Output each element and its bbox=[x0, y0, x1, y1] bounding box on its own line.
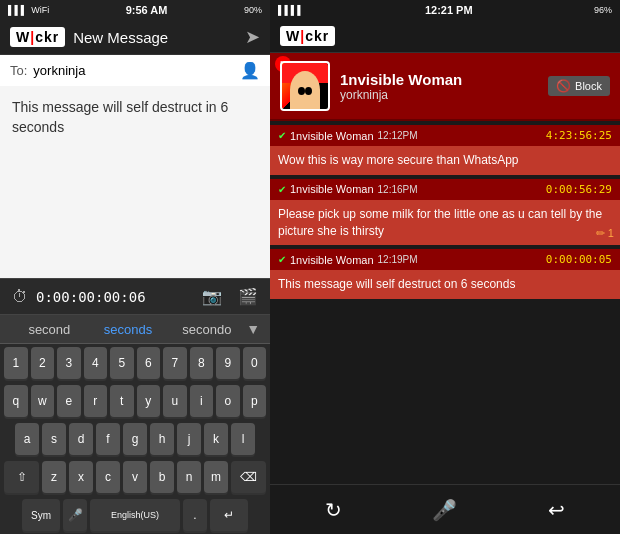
message-text-1: Wow this is way more secure than WhatsAp… bbox=[278, 153, 519, 167]
key-a[interactable]: a bbox=[15, 423, 39, 455]
msg-timer-3: 0:00:00:05 bbox=[546, 253, 612, 266]
key-6[interactable]: 6 bbox=[137, 347, 161, 379]
key-8[interactable]: 8 bbox=[190, 347, 214, 379]
key-i[interactable]: i bbox=[190, 385, 214, 417]
expand-suggestions-icon[interactable]: ▼ bbox=[246, 321, 260, 337]
avatar-container: ✕ bbox=[280, 61, 330, 111]
clock-icon: ⏱ bbox=[12, 288, 28, 306]
profile-username: yorkninja bbox=[340, 88, 538, 102]
key-b[interactable]: b bbox=[150, 461, 174, 493]
mic-button[interactable]: 🎤 bbox=[432, 498, 457, 522]
left-header: W|ckr New Message ➤ bbox=[0, 20, 270, 55]
key-0[interactable]: 0 bbox=[243, 347, 267, 379]
key-s[interactable]: s bbox=[42, 423, 66, 455]
key-p[interactable]: p bbox=[243, 385, 267, 417]
key-j[interactable]: j bbox=[177, 423, 201, 455]
left-panel: ▌▌▌ WiFi 9:56 AM 90% W|ckr New Message ➤… bbox=[0, 0, 270, 534]
message-block-3: ✔ 1nvisible Woman 12:19PM 0:00:00:05 Thi… bbox=[270, 249, 620, 299]
key-7[interactable]: 7 bbox=[163, 347, 187, 379]
suggestion-left[interactable]: second bbox=[10, 322, 89, 337]
wifi-icon: WiFi bbox=[31, 5, 49, 15]
suggestion-bar: second seconds secondo ▼ bbox=[0, 315, 270, 344]
key-g[interactable]: g bbox=[123, 423, 147, 455]
profile-header: ✕ 1nvisible Woman yorkninja 🚫 Block bbox=[270, 53, 620, 121]
block-label: Block bbox=[575, 80, 602, 92]
key-m[interactable]: m bbox=[204, 461, 228, 493]
profile-info: 1nvisible Woman yorkninja bbox=[340, 71, 538, 102]
add-contact-icon[interactable]: 👤 bbox=[240, 61, 260, 80]
key-x[interactable]: x bbox=[69, 461, 93, 493]
right-status-bar: ▌▌▌▌ 12:21 PM 96% bbox=[270, 0, 620, 20]
key-v[interactable]: v bbox=[123, 461, 147, 493]
block-button[interactable]: 🚫 Block bbox=[548, 76, 610, 96]
recipient-field[interactable]: yorkninja bbox=[33, 63, 234, 78]
send-time-1: 12:12PM bbox=[378, 130, 418, 141]
key-f[interactable]: f bbox=[96, 423, 120, 455]
keyboard-row-zxcv: ⇧ z x c v b n m ⌫ bbox=[0, 458, 270, 496]
avatar-face bbox=[290, 71, 320, 109]
key-q[interactable]: q bbox=[4, 385, 28, 417]
message-block-2: ✔ 1nvisible Woman 12:16PM 0:00:56:29 Ple… bbox=[270, 179, 620, 246]
refresh-button[interactable]: ↻ bbox=[325, 498, 342, 522]
key-w[interactable]: w bbox=[31, 385, 55, 417]
avatar bbox=[280, 61, 330, 111]
message-text-2: Please pick up some milk for the little … bbox=[278, 207, 602, 238]
key-d[interactable]: d bbox=[69, 423, 93, 455]
key-space[interactable]: English(US) bbox=[90, 499, 180, 531]
key-4[interactable]: 4 bbox=[84, 347, 108, 379]
key-period[interactable]: . bbox=[183, 499, 207, 531]
key-mic[interactable]: 🎤 bbox=[63, 499, 87, 531]
block-icon: 🚫 bbox=[556, 79, 571, 93]
key-1[interactable]: 1 bbox=[4, 347, 28, 379]
sender-name-3: 1nvisible Woman bbox=[290, 254, 374, 266]
key-shift[interactable]: ⇧ bbox=[4, 461, 39, 493]
msg-timer-1: 4:23:56:25 bbox=[546, 129, 612, 142]
key-y[interactable]: y bbox=[137, 385, 161, 417]
message-body-3: This message will self destruct on 6 sec… bbox=[270, 270, 620, 299]
key-backspace[interactable]: ⌫ bbox=[231, 461, 266, 493]
check-icon-2: ✔ bbox=[278, 184, 286, 195]
message-text-3: This message will self destruct on 6 sec… bbox=[278, 277, 515, 291]
key-3[interactable]: 3 bbox=[57, 347, 81, 379]
eye-right bbox=[305, 87, 312, 95]
key-r[interactable]: r bbox=[84, 385, 108, 417]
key-o[interactable]: o bbox=[216, 385, 240, 417]
compose-area[interactable]: This message will self destruct in 6 sec… bbox=[0, 86, 270, 278]
key-k[interactable]: k bbox=[204, 423, 228, 455]
right-signal-icon: ▌▌▌▌ bbox=[278, 5, 304, 15]
message-header-3: ✔ 1nvisible Woman 12:19PM 0:00:00:05 bbox=[270, 249, 620, 270]
key-u[interactable]: u bbox=[163, 385, 187, 417]
right-battery: 96% bbox=[594, 5, 612, 15]
send-button[interactable]: ➤ bbox=[245, 26, 260, 48]
video-icon[interactable]: 🎬 bbox=[238, 287, 258, 306]
suggestion-center[interactable]: seconds bbox=[89, 322, 168, 337]
key-5[interactable]: 5 bbox=[110, 347, 134, 379]
key-n[interactable]: n bbox=[177, 461, 201, 493]
key-enter[interactable]: ↵ bbox=[210, 499, 248, 531]
key-2[interactable]: 2 bbox=[31, 347, 55, 379]
wickr-logo-left: W|ckr bbox=[10, 27, 65, 47]
right-bottom-bar: ↻ 🎤 ↩ bbox=[270, 484, 620, 534]
key-c[interactable]: c bbox=[96, 461, 120, 493]
suggestion-right[interactable]: secondo bbox=[167, 322, 246, 337]
key-l[interactable]: l bbox=[231, 423, 255, 455]
key-h[interactable]: h bbox=[150, 423, 174, 455]
left-time: 9:56 AM bbox=[126, 4, 168, 16]
key-e[interactable]: e bbox=[57, 385, 81, 417]
key-t[interactable]: t bbox=[110, 385, 134, 417]
timer-display: 0:00:00:00:06 bbox=[36, 289, 194, 305]
eye-left bbox=[298, 87, 305, 95]
to-bar: To: yorkninja 👤 bbox=[0, 55, 270, 86]
wickr-logo-right: W|ckr bbox=[280, 26, 335, 46]
key-9[interactable]: 9 bbox=[216, 347, 240, 379]
edit-icon[interactable]: ✏ 1 bbox=[596, 226, 614, 241]
right-status-icons: 90% bbox=[244, 5, 262, 15]
message-body-1: Wow this is way more secure than WhatsAp… bbox=[270, 146, 620, 175]
message-body-2: Please pick up some milk for the little … bbox=[270, 200, 620, 246]
right-time: 12:21 PM bbox=[425, 4, 473, 16]
camera-icon[interactable]: 📷 bbox=[202, 287, 222, 306]
back-button[interactable]: ↩ bbox=[548, 498, 565, 522]
keyboard-row-bottom: Sym 🎤 English(US) . ↵ bbox=[0, 496, 270, 534]
key-z[interactable]: z bbox=[42, 461, 66, 493]
key-sym[interactable]: Sym bbox=[22, 499, 60, 531]
